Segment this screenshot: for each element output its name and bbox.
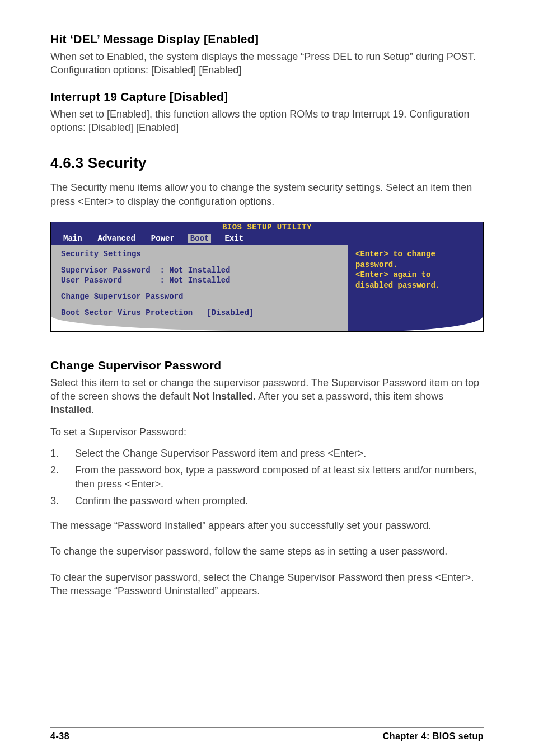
bios-help-pane: <Enter> to change password. <Enter> agai… xyxy=(349,245,483,331)
cp1b: . After you set a password, this item sh… xyxy=(253,391,443,402)
heading-security: 4.6.3 Security xyxy=(50,154,484,172)
body-change-password-5: To clear the supervisor password, select… xyxy=(50,571,484,598)
body-change-password-1: Select this item to set or change the su… xyxy=(50,376,484,416)
page-footer: 4-38 Chapter 4: BIOS setup xyxy=(50,727,484,741)
bios-tabs: Main Advanced Power Boot Exit xyxy=(51,234,483,243)
cp1c: . xyxy=(91,404,94,415)
heading-change-password: Change Supervisor Password xyxy=(50,359,484,372)
bios-tab-exit: Exit xyxy=(222,234,246,243)
body-change-password-4: To change the supervisor password, follo… xyxy=(50,544,484,558)
heading-hit-del: Hit ‘DEL’ Message Display [Enabled] xyxy=(50,32,484,46)
body-change-password-3: The message “Password Installed” appears… xyxy=(50,519,484,532)
bios-header: BIOS SETUP UTILITY Main Advanced Power B… xyxy=(51,222,483,245)
bios-help-l1: <Enter> to change xyxy=(355,249,476,260)
bios-security-header: Security Settings xyxy=(61,249,338,260)
steps-list: Select the Change Supervisor Password it… xyxy=(50,447,484,508)
section-interrupt: Interrupt 19 Capture [Disabled] When set… xyxy=(50,90,484,134)
body-security: The Security menu items allow you to cha… xyxy=(50,181,484,208)
bios-change-supervisor-row: Change Supervisor Password xyxy=(61,292,338,302)
section-change-password: Change Supervisor Password Select this i… xyxy=(50,359,484,598)
body-interrupt: When set to [Enabled], this function all… xyxy=(50,107,484,134)
bios-tab-advanced: Advanced xyxy=(96,234,138,243)
bios-tab-main: Main xyxy=(61,234,85,243)
bios-tab-power: Power xyxy=(149,234,177,243)
chapter-label: Chapter 4: BIOS setup xyxy=(383,731,484,741)
page-number: 4-38 xyxy=(50,731,69,741)
bios-boot-sector-row: Boot Sector Virus Protection [Disabled] xyxy=(61,308,338,318)
bios-tab-boot: Boot xyxy=(188,234,212,243)
installed-label: Installed xyxy=(50,404,91,415)
section-hit-del: Hit ‘DEL’ Message Display [Enabled] When… xyxy=(50,32,484,77)
body-change-password-2: To set a Supervisor Password: xyxy=(50,425,484,439)
bios-help-l2: password. xyxy=(355,260,476,270)
bios-supervisor-password-row: Supervisor Password : Not Installed xyxy=(61,265,338,276)
bios-help-l4: disabled password. xyxy=(355,280,476,291)
bios-title: BIOS SETUP UTILITY xyxy=(51,223,483,232)
step-1: Select the Change Supervisor Password it… xyxy=(50,447,484,460)
bios-left-pane: Security Settings Supervisor Password : … xyxy=(51,245,349,331)
heading-interrupt: Interrupt 19 Capture [Disabled] xyxy=(50,90,484,104)
bios-screenshot: BIOS SETUP UTILITY Main Advanced Power B… xyxy=(50,222,484,332)
step-3: Confirm the password when prompted. xyxy=(50,494,484,508)
bios-user-password-row: User Password : Not Installed xyxy=(61,275,338,286)
section-security: 4.6.3 Security The Security menu items a… xyxy=(50,154,484,208)
step-2: From the password box, type a password c… xyxy=(50,463,484,491)
body-hit-del: When set to Enabled, the system displays… xyxy=(50,50,484,77)
bios-body: Security Settings Supervisor Password : … xyxy=(51,245,483,331)
not-installed-label: Not Installed xyxy=(193,391,253,402)
bios-help-l3: <Enter> again to xyxy=(355,270,476,280)
